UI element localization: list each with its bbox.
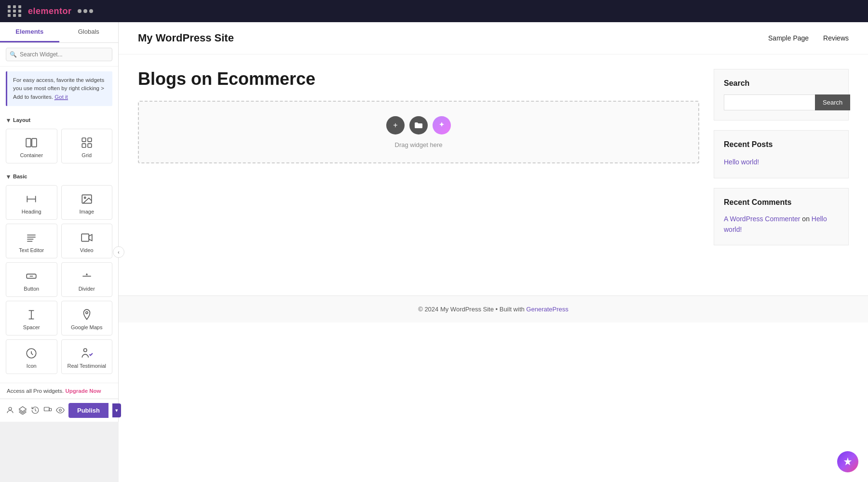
svg-rect-0: [26, 138, 31, 147]
recent-posts-title: Recent Posts: [724, 140, 839, 149]
svg-point-23: [86, 311, 88, 313]
svg-rect-1: [32, 138, 37, 147]
widget-video-label: Video: [80, 247, 94, 253]
recent-post-link[interactable]: Hello world!: [724, 158, 759, 166]
widget-grid[interactable]: Grid: [61, 129, 113, 163]
nav-sample-page[interactable]: Sample Page: [768, 34, 809, 42]
drop-zone-text: Drag widget here: [395, 141, 443, 148]
widget-real-testimonial[interactable]: Real Testimonial: [61, 339, 113, 374]
svg-rect-3: [88, 138, 92, 142]
pro-banner: Access all Pro widgets. Upgrade Now: [0, 383, 118, 399]
top-bar: elementor: [0, 0, 868, 22]
recent-comments-title: Recent Comments: [724, 198, 839, 207]
hamburger-menu[interactable]: [8, 5, 22, 17]
add-template-button[interactable]: [409, 116, 428, 134]
recent-comments-content: A WordPress Commenter on Hello world!: [724, 214, 839, 235]
widgets-scroll: Layout Container: [0, 111, 118, 383]
nav-reviews[interactable]: Reviews: [823, 34, 849, 42]
widget-real-testimonial-label: Real Testimonial: [67, 363, 106, 369]
publish-button[interactable]: Publish: [68, 403, 108, 418]
svg-point-25: [83, 348, 87, 352]
tool-layers[interactable]: [18, 402, 27, 418]
info-box: For easy access, favorite the widgets yo…: [6, 71, 112, 106]
sidebar: Search Search Recent Posts Hello world!: [714, 69, 849, 281]
svg-rect-5: [88, 144, 92, 147]
list-item: Hello world!: [724, 156, 839, 168]
comment-on-text: on: [802, 215, 811, 223]
svg-rect-2: [82, 138, 86, 142]
layout-widget-grid: Container Grid: [0, 127, 118, 167]
tab-globals[interactable]: Globals: [59, 22, 119, 42]
add-widget-button[interactable]: +: [386, 116, 405, 134]
site-title: My WordPress Site: [138, 32, 234, 44]
panel-tabs: Elements Globals: [0, 22, 118, 43]
video-icon: [80, 231, 94, 244]
widget-heading[interactable]: Heading: [6, 185, 57, 220]
main-layout: Elements Globals 🔍 For easy access, favo…: [0, 22, 868, 482]
drop-zone[interactable]: + Drag widget here: [138, 101, 699, 163]
ai-generate-button[interactable]: [433, 116, 451, 134]
search-widget-input[interactable]: [6, 48, 112, 61]
widget-video[interactable]: Video: [61, 224, 113, 258]
site-header: My WordPress Site Sample Page Reviews: [119, 22, 868, 54]
container-icon: [25, 136, 38, 149]
canvas-area: My WordPress Site Sample Page Reviews Bl…: [119, 22, 868, 482]
section-basic: Basic: [0, 167, 118, 183]
widget-button-label: Button: [24, 286, 39, 292]
text-editor-icon: [25, 231, 38, 244]
svg-point-10: [84, 197, 85, 198]
svg-rect-4: [82, 144, 86, 147]
widget-container[interactable]: Container: [6, 129, 57, 163]
svg-rect-27: [44, 407, 50, 411]
tool-smiley[interactable]: [6, 402, 14, 418]
widget-spacer-label: Spacer: [23, 324, 40, 330]
content-layout: Blogs on Ecommerce + Drag widge: [119, 54, 868, 295]
footer-link[interactable]: GeneratePress: [526, 306, 568, 313]
tab-elements[interactable]: Elements: [0, 22, 59, 42]
top-bar-dots: [78, 9, 93, 13]
icon-widget-icon: [25, 347, 38, 360]
section-layout: Layout: [0, 111, 118, 127]
widget-icon[interactable]: Icon: [6, 339, 57, 374]
widget-image[interactable]: Image: [61, 185, 113, 220]
image-icon: [80, 192, 94, 206]
site-footer: © 2024 My WordPress Site • Built with Ge…: [119, 295, 868, 322]
bottom-toolbar: Publish ▾: [0, 399, 118, 422]
widget-button[interactable]: Button: [6, 262, 57, 297]
google-maps-icon: [80, 308, 94, 321]
tool-history[interactable]: [31, 402, 40, 418]
widget-divider-label: Divider: [79, 286, 95, 292]
tool-responsive[interactable]: [43, 402, 52, 418]
publish-chevron[interactable]: ▾: [112, 403, 121, 417]
svg-point-29: [59, 409, 62, 412]
svg-rect-28: [49, 409, 52, 411]
sidebar-search-widget: Search Search: [714, 69, 849, 120]
ai-assistant-button[interactable]: [837, 451, 858, 472]
widget-text-editor[interactable]: Text Editor: [6, 224, 57, 258]
widget-google-maps-label: Google Maps: [71, 324, 102, 330]
upgrade-now-link[interactable]: Upgrade Now: [65, 388, 101, 394]
panel-collapse-handle[interactable]: ‹: [113, 246, 124, 258]
button-icon: [25, 269, 38, 283]
widget-image-label: Image: [79, 209, 94, 214]
left-panel: Elements Globals 🔍 For easy access, favo…: [0, 22, 119, 422]
page-wrapper: My WordPress Site Sample Page Reviews Bl…: [119, 22, 868, 482]
tool-preview[interactable]: [56, 402, 65, 418]
widget-google-maps[interactable]: Google Maps: [61, 301, 113, 335]
grid-icon: [80, 136, 94, 149]
comment-author-link[interactable]: A WordPress Commenter: [724, 215, 800, 223]
sidebar-search-button[interactable]: Search: [815, 94, 850, 110]
sidebar-search-input[interactable]: [724, 94, 815, 110]
widget-divider[interactable]: Divider: [61, 262, 113, 297]
sidebar-recent-posts: Recent Posts Hello world!: [714, 130, 849, 178]
footer-text: © 2024 My WordPress Site • Built with: [418, 306, 525, 313]
svg-marker-19: [86, 273, 88, 275]
widget-spacer[interactable]: Spacer: [6, 301, 57, 335]
widget-icon-label: Icon: [27, 363, 37, 369]
divider-icon: [80, 269, 94, 283]
real-testimonial-icon: [80, 347, 94, 360]
spacer-icon: [25, 308, 38, 321]
search-icon: 🔍: [10, 51, 17, 58]
got-it-link[interactable]: Got it: [54, 94, 68, 100]
heading-icon: [25, 192, 38, 206]
